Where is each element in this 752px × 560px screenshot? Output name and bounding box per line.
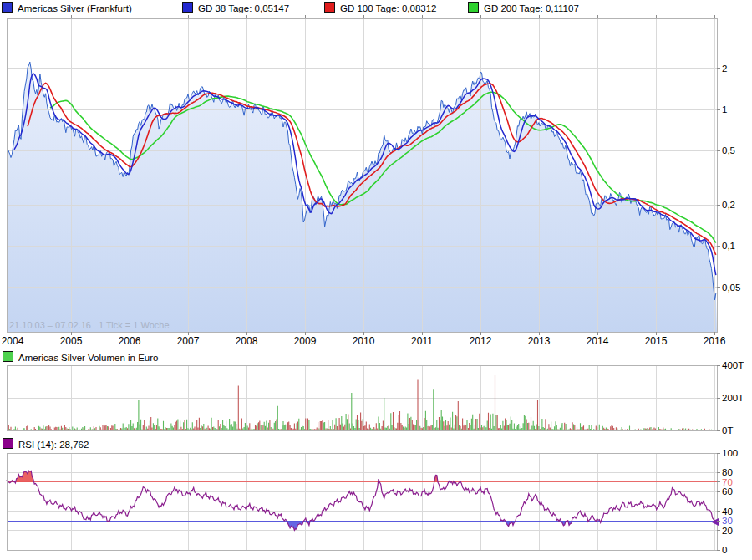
volume-label: Americas Silver Volumen in Euro bbox=[18, 353, 158, 363]
price-axis-label: 0,5 bbox=[722, 145, 735, 155]
chart-period-watermark: 21.10.03 – 07.02.16 1 Tick = 1 Woche bbox=[9, 320, 170, 330]
legend-item-instrument: Americas Silver (Frankfurt) bbox=[2, 2, 132, 14]
rsi-swatch-icon bbox=[3, 438, 13, 449]
price-axis-label: 0,05 bbox=[722, 283, 740, 293]
x-axis-year-label: 2013 bbox=[528, 335, 551, 347]
gd200-label: GD 200 Tage: 0,11107 bbox=[484, 3, 579, 13]
volume-axis-ticks bbox=[717, 365, 720, 430]
legend-item-gd38: GD 38 Tage: 0,05147 bbox=[182, 2, 289, 14]
rsi-axis-ticks bbox=[717, 453, 720, 550]
rsi-gridlines bbox=[7, 453, 717, 550]
x-axis-year-label: 2004 bbox=[2, 335, 24, 347]
volume-axis-label: 200T bbox=[722, 393, 744, 403]
gd38-label: GD 38 Tage: 0,05147 bbox=[198, 3, 289, 13]
main-plot-area bbox=[7, 18, 717, 332]
gd200-swatch-icon bbox=[468, 2, 479, 13]
volume-gridlines bbox=[7, 365, 717, 430]
rsi-axis-label: 100 bbox=[722, 448, 738, 458]
price-axis-label: 0,2 bbox=[722, 200, 735, 210]
gd100-swatch-icon bbox=[324, 2, 335, 13]
x-axis-year-label: 2016 bbox=[704, 335, 726, 347]
price-axis-label: 1 bbox=[722, 104, 727, 115]
rsi-axis-label: 30 bbox=[722, 516, 733, 526]
rsi-axis-label: 80 bbox=[722, 467, 733, 477]
gd100-label: GD 100 Tage: 0,08312 bbox=[340, 3, 437, 13]
price-axis-label: 0,1 bbox=[722, 241, 735, 251]
volume-bars-down bbox=[7, 375, 715, 430]
volume-axis-label: 400T bbox=[722, 360, 744, 370]
rsi-label: RSI (14): 28,762 bbox=[18, 440, 89, 450]
chart-canvas: 2004200520062007200820092010201120122013… bbox=[0, 0, 752, 560]
rsi-overbought-fill bbox=[7, 471, 717, 550]
instrument-label: Americas Silver (Frankfurt) bbox=[18, 3, 132, 13]
x-axis-year-label: 2014 bbox=[587, 335, 609, 347]
gd38-swatch-icon bbox=[182, 2, 193, 13]
x-axis-year-label: 2006 bbox=[119, 335, 141, 347]
volume-axis-label: 0T bbox=[722, 425, 733, 435]
rsi-axis-label: 60 bbox=[722, 486, 733, 496]
legend-item-rsi: RSI (14): 28,762 bbox=[3, 438, 89, 451]
instrument-swatch-icon bbox=[2, 2, 13, 13]
rsi-axis-label: 0 bbox=[722, 545, 727, 555]
x-axis-year-label: 2005 bbox=[60, 335, 83, 347]
price-axis-label: 2 bbox=[722, 64, 727, 74]
chart-window: 2004200520062007200820092010201120122013… bbox=[0, 0, 752, 560]
rsi-axis-label: 40 bbox=[722, 507, 733, 517]
legend-item-gd100: GD 100 Tage: 0,08312 bbox=[324, 2, 437, 14]
volume-bars-up bbox=[10, 389, 716, 430]
x-axis-year-label: 2010 bbox=[353, 335, 375, 347]
x-axis-year-label: 2008 bbox=[236, 335, 258, 347]
x-axis-year-label: 2011 bbox=[411, 335, 433, 347]
rsi-line bbox=[7, 471, 716, 530]
rsi-axis-label: 20 bbox=[722, 526, 733, 536]
legend-item-volume: Americas Silver Volumen in Euro bbox=[3, 351, 158, 364]
rsi-axis-label: 70 bbox=[722, 477, 733, 487]
legend-item-gd200: GD 200 Tage: 0,11107 bbox=[468, 2, 579, 14]
x-axis-year-label: 2012 bbox=[470, 335, 492, 347]
x-axis-year-label: 2009 bbox=[294, 335, 317, 347]
rsi-plot-border bbox=[7, 453, 717, 550]
x-axis-year-label: 2015 bbox=[645, 335, 668, 347]
x-axis-year-label: 2007 bbox=[177, 335, 200, 347]
volume-swatch-icon bbox=[3, 351, 13, 362]
